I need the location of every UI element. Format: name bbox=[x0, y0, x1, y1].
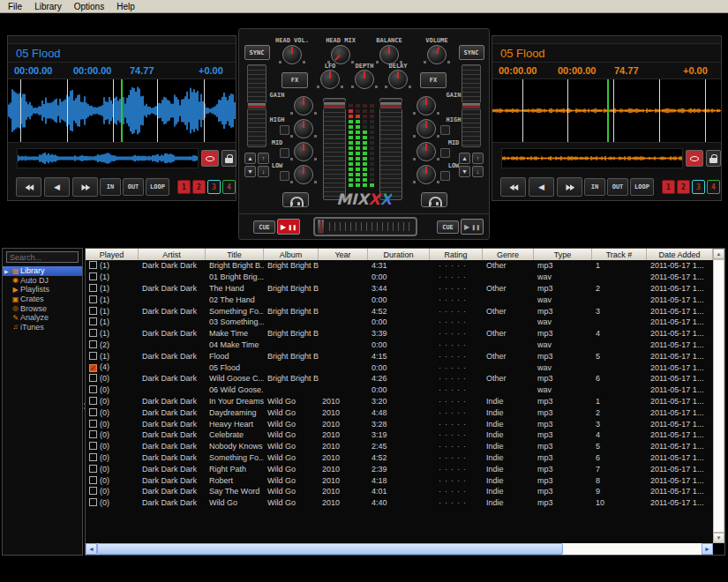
pitch-slider-handle[interactable] bbox=[462, 102, 481, 109]
hotcue-4-button[interactable]: 4 bbox=[707, 180, 720, 194]
sync-button-left[interactable]: SYNC bbox=[244, 45, 270, 60]
cell-added[interactable]: 2011-05-17 1... bbox=[647, 295, 713, 304]
cell-added[interactable]: 2011-05-17 1... bbox=[647, 476, 713, 485]
cell-rating[interactable]: ····· bbox=[430, 374, 483, 383]
high-kill-button-right[interactable] bbox=[440, 125, 450, 135]
cell-title[interactable]: 06 Wild Goose... bbox=[206, 385, 264, 394]
table-row[interactable]: (1)Dark Dark DarkThe HandBright Bright B… bbox=[86, 283, 713, 295]
cell-played[interactable]: (1) bbox=[86, 295, 139, 304]
play-button-right[interactable]: ▶❚❚ bbox=[461, 219, 484, 235]
cell-genre[interactable]: Indie bbox=[483, 465, 534, 474]
column-header-genre[interactable]: Genre bbox=[483, 249, 534, 260]
cell-duration[interactable]: 2:39 bbox=[368, 465, 430, 474]
cell-title[interactable]: Right Path bbox=[206, 465, 264, 474]
cell-artist[interactable]: Dark Dark Dark bbox=[139, 352, 206, 361]
played-checkbox[interactable] bbox=[89, 374, 97, 382]
column-header-played[interactable]: Played bbox=[86, 249, 139, 260]
cell-played[interactable]: (1) bbox=[86, 317, 139, 326]
played-checkbox[interactable] bbox=[89, 307, 97, 315]
cell-played[interactable]: (0) bbox=[86, 442, 139, 451]
column-header-track-[interactable]: Track # bbox=[592, 249, 647, 260]
loop-in-button[interactable]: IN bbox=[584, 178, 605, 196]
cell-type[interactable]: mp3 bbox=[534, 329, 592, 338]
sidebar-item-library[interactable]: ▶▦Library bbox=[3, 266, 82, 276]
cell-track[interactable]: 7 bbox=[592, 465, 647, 474]
table-row[interactable]: (0)Dark Dark DarkWild GoWild Go20104:40·… bbox=[86, 497, 713, 509]
low-knob-left[interactable] bbox=[294, 165, 313, 184]
cell-played[interactable]: (1) bbox=[86, 307, 139, 316]
head-vol-knob[interactable] bbox=[282, 45, 302, 64]
cell-type[interactable]: mp3 bbox=[534, 453, 592, 462]
cell-type[interactable]: wav bbox=[534, 340, 592, 349]
table-row[interactable]: (1)Dark Dark DarkFloodBright Bright B...… bbox=[86, 350, 713, 362]
cell-type[interactable]: mp3 bbox=[534, 352, 592, 361]
cell-duration[interactable]: 0:00 bbox=[368, 295, 430, 304]
played-checkbox[interactable] bbox=[89, 420, 97, 428]
cell-artist[interactable]: Dark Dark Dark bbox=[139, 430, 206, 439]
cell-year[interactable]: 2010 bbox=[319, 420, 368, 429]
loop-out-button[interactable]: OUT bbox=[607, 178, 628, 196]
cell-track[interactable]: 3 bbox=[592, 307, 647, 316]
cell-title[interactable]: The Hand bbox=[206, 284, 264, 293]
menu-file[interactable]: File bbox=[4, 1, 30, 12]
cell-rating[interactable]: ····· bbox=[430, 329, 483, 338]
cell-played[interactable]: (0) bbox=[86, 374, 139, 383]
cell-album[interactable]: Wild Go bbox=[264, 397, 319, 406]
cell-album[interactable]: Wild Go bbox=[264, 487, 319, 496]
cell-type[interactable]: wav bbox=[534, 295, 592, 304]
column-header-title[interactable]: Title bbox=[206, 249, 264, 260]
rate-down-button[interactable]: ↓ bbox=[472, 166, 484, 177]
cell-album[interactable]: Wild Go bbox=[264, 442, 319, 451]
cell-played[interactable]: (0) bbox=[86, 397, 139, 406]
column-header-duration[interactable]: Duration bbox=[368, 249, 430, 260]
cell-title[interactable]: In Your Dreams bbox=[206, 397, 264, 406]
cell-genre[interactable]: Other bbox=[483, 307, 534, 316]
column-header-album[interactable]: Album bbox=[264, 249, 319, 260]
pitch-bend-up-button[interactable]: ▲ bbox=[244, 153, 256, 164]
cell-rating[interactable]: ····· bbox=[430, 261, 483, 270]
sidebar-item-browse[interactable]: ◎Browse bbox=[3, 303, 82, 313]
cell-album[interactable]: Bright Bright B... bbox=[264, 307, 319, 316]
cell-duration[interactable]: 3:19 bbox=[368, 430, 430, 439]
cell-played[interactable]: (0) bbox=[86, 487, 139, 496]
cell-added[interactable]: 2011-05-17 1... bbox=[647, 352, 713, 361]
played-checkbox[interactable] bbox=[89, 487, 97, 495]
cell-artist[interactable]: Dark Dark Dark bbox=[139, 307, 206, 316]
cell-added[interactable]: 2011-05-17 1... bbox=[647, 430, 713, 439]
deck-right-overview[interactable] bbox=[501, 148, 683, 168]
mid-knob-left[interactable] bbox=[294, 142, 313, 161]
cell-added[interactable]: 2011-05-17 1... bbox=[647, 261, 713, 270]
deck-right-waveform[interactable] bbox=[492, 79, 721, 143]
sidebar-item-itunes[interactable]: ♫iTunes bbox=[3, 323, 82, 332]
cell-rating[interactable]: ····· bbox=[430, 295, 483, 304]
cell-type[interactable]: mp3 bbox=[534, 487, 592, 496]
cell-title[interactable]: Something Fo... bbox=[206, 453, 264, 462]
play-button-left[interactable]: ▶❚❚ bbox=[277, 219, 300, 235]
horizontal-scrollbar[interactable]: ◄ ► bbox=[86, 543, 713, 555]
cell-type[interactable]: wav bbox=[534, 272, 592, 281]
cell-rating[interactable]: ····· bbox=[430, 453, 483, 462]
played-checkbox[interactable] bbox=[89, 261, 97, 269]
table-row[interactable]: (0)Dark Dark DarkCelebrateWild Go20103:1… bbox=[86, 429, 713, 441]
cell-type[interactable]: wav bbox=[534, 363, 592, 372]
high-knob-left[interactable] bbox=[294, 119, 313, 138]
cell-album[interactable]: Wild Go bbox=[264, 465, 319, 474]
channel-fader-right[interactable] bbox=[379, 98, 402, 200]
cell-title[interactable]: Wild Go bbox=[206, 498, 264, 507]
cell-duration[interactable]: 0:00 bbox=[368, 363, 430, 372]
high-kill-button-left[interactable] bbox=[280, 125, 289, 135]
played-checkbox[interactable] bbox=[89, 408, 97, 416]
table-row[interactable]: (1)03 Something...0:00·····wav2011-05-17… bbox=[86, 317, 713, 328]
cell-rating[interactable]: ····· bbox=[430, 397, 483, 406]
cell-track[interactable]: 2 bbox=[592, 284, 647, 293]
cell-album[interactable]: Wild Go bbox=[264, 420, 319, 429]
cell-artist[interactable]: Dark Dark Dark bbox=[139, 476, 206, 485]
forward-button[interactable]: ▶▶ bbox=[557, 177, 582, 197]
cell-genre[interactable]: Indie bbox=[483, 442, 534, 451]
cell-duration[interactable]: 4:18 bbox=[368, 476, 430, 485]
played-checkbox[interactable] bbox=[89, 317, 97, 325]
cell-track[interactable]: 5 bbox=[592, 442, 647, 451]
cell-duration[interactable]: 4:15 bbox=[368, 352, 430, 361]
cell-added[interactable]: 2011-05-17 1... bbox=[647, 420, 713, 429]
table-row[interactable]: (1)Dark Dark DarkSomething Fo...Bright B… bbox=[86, 305, 713, 317]
